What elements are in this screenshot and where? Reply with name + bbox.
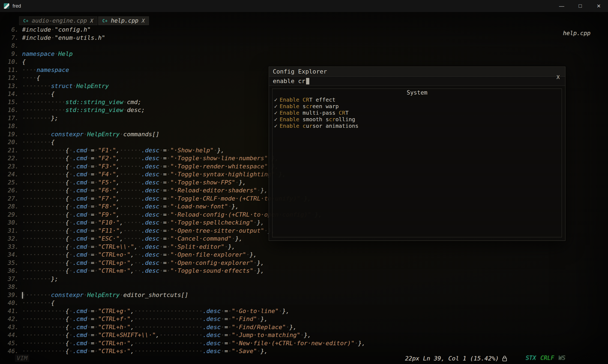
tab-help-cpp[interactable]: C+help.cppX (98, 16, 149, 25)
code-token: · (69, 171, 73, 178)
status-info-text: 22px Ln 39, Col 1 (15.42%) (405, 355, 499, 362)
code-token: = (163, 155, 167, 162)
code-token: · (159, 219, 163, 226)
code-line[interactable]: 44.············{·.cmd·=·"CTRL+SHIFT+\\·"… (0, 331, 608, 339)
code-line[interactable]: 42.············{·.cmd·=·"CTRL+f·",······… (0, 315, 608, 323)
code-token: = (91, 251, 94, 258)
code-token: = (91, 227, 94, 234)
line-number: 21. (7, 146, 19, 154)
code-token: · (224, 243, 228, 250)
tab-bar: C+audio-engine.cppXC+help.cppX (19, 16, 149, 25)
dialog-title: Config Explorer (269, 67, 565, 77)
code-token: "·Go·to·line" (232, 308, 278, 314)
line-number: 20. (7, 138, 19, 146)
code-token: { (65, 308, 69, 314)
code-line[interactable]: 37.········}; (0, 275, 608, 283)
code-token: · (87, 267, 91, 274)
config-option[interactable]: ✓Enable smooth scrolling (272, 116, 562, 123)
code-token: · (69, 332, 73, 338)
code-token: · (214, 147, 217, 154)
code-token: ············ (22, 195, 65, 202)
code-token: }, (260, 316, 268, 322)
tab-audio-engine-cpp[interactable]: C+audio-engine.cppX (19, 16, 97, 25)
code-line[interactable]: 36.············{·.cmd·=·"CTRL+m·",··.des… (0, 267, 608, 275)
code-token: , (120, 235, 123, 242)
checkbox-icon: ✓ (274, 103, 277, 110)
line-number: 8. (7, 42, 19, 50)
option-text: Enable (280, 123, 299, 129)
close-button[interactable]: × (589, 0, 608, 12)
code-token: .cmd (73, 235, 87, 242)
code-token: · (159, 235, 163, 242)
code-token: · (167, 267, 170, 274)
code-token: · (167, 259, 170, 266)
code-token: = (163, 211, 167, 218)
code-token: .cmd (73, 219, 87, 226)
text-cursor-block (306, 78, 309, 84)
line-number: 14. (7, 90, 19, 98)
code-token: · (87, 324, 91, 330)
tab-close-icon[interactable]: X (90, 18, 93, 24)
code-line[interactable]: 7.#include·"enum-utils.h" (0, 34, 608, 42)
line-number: 36. (7, 267, 19, 275)
code-token: { (65, 259, 69, 266)
option-text: r (309, 123, 312, 129)
code-token: , (120, 219, 123, 226)
code-token: = (163, 235, 167, 242)
code-line[interactable]: 39.········constexpr·HelpEntry·editor_sh… (0, 291, 608, 299)
code-token: · (159, 171, 163, 178)
code-token: "·Toggle·show·FPS" (170, 179, 235, 186)
code-token: "F10·" (98, 219, 119, 226)
code-token: = (91, 163, 94, 170)
config-option[interactable]: ✓Enable multi-pass CRT (272, 110, 562, 116)
line-number: 16. (7, 106, 19, 114)
code-line[interactable]: 6.#include·"config.h" (0, 26, 608, 34)
line-number: 33. (7, 243, 19, 251)
maximize-button[interactable]: □ (571, 0, 589, 12)
code-token: · (87, 332, 91, 338)
config-option[interactable]: ✓Enable CRT effect (272, 96, 562, 103)
code-line[interactable]: 38. (0, 283, 608, 291)
code-line[interactable]: 35.············{·.cmd·=·"CTRL+p·",··.des… (0, 259, 608, 267)
code-token: .desc (141, 235, 159, 242)
code-line[interactable]: 33.············{·.cmd·=·"CTRL+\\·",·.des… (0, 243, 608, 251)
code-token: .desc (141, 219, 159, 226)
minimize-button[interactable]: — (552, 0, 571, 12)
status-bar: VIM 22px Ln 39, Col 1 (15.42%) STXCRLFWS (0, 351, 608, 364)
line-number: 18. (7, 122, 19, 130)
option-text: c (302, 123, 306, 129)
line-number: 45. (7, 339, 19, 347)
code-token: = (163, 251, 167, 258)
code-line[interactable]: 45.············{·.cmd·=·"CTRL+n·",······… (0, 339, 608, 347)
code-token: { (22, 58, 26, 65)
code-token: · (69, 340, 73, 347)
code-line[interactable]: 41.············{·.cmd·=·"CTRL+g·",······… (0, 307, 608, 315)
dialog-close-button[interactable]: X (556, 74, 560, 80)
code-token: · (159, 179, 163, 186)
code-token: .cmd (73, 171, 87, 178)
option-text: cr (329, 116, 336, 123)
code-line[interactable]: 34.············{·.cmd·=·"CTRL+o·",··.des… (0, 251, 608, 259)
code-token: "·Find" (232, 316, 257, 322)
code-token: ········ (22, 299, 51, 306)
code-token: "·New·file·(+CTRL·for·new·editor)" (232, 340, 354, 347)
code-token: .cmd (73, 195, 87, 202)
code-line[interactable]: 10.{ (0, 58, 608, 66)
config-option[interactable]: ✓Enable cursor animations (272, 123, 562, 129)
code-line[interactable]: 43.············{·.cmd·=·"CTRL+h·",······… (0, 323, 608, 331)
code-line[interactable]: 8. (0, 42, 608, 50)
config-option[interactable]: ✓Enable screen warp (272, 103, 562, 110)
code-token: · (69, 195, 73, 202)
config-search-input[interactable]: enable cr (269, 77, 565, 86)
window-title: fred (13, 3, 21, 9)
code-token: { (51, 90, 55, 97)
code-line[interactable]: 40.········{ (0, 299, 608, 307)
code-token: · (69, 308, 73, 314)
code-token: ············ (22, 324, 65, 330)
code-token: = (224, 308, 228, 314)
code-token: "CTRL+o·" (98, 251, 130, 258)
code-line[interactable]: 9.namespace·Help (0, 50, 608, 58)
cursor-position-status: 22px Ln 39, Col 1 (15.42%) (405, 355, 507, 362)
code-token: · (87, 203, 91, 210)
tab-close-icon[interactable]: X (142, 18, 145, 24)
